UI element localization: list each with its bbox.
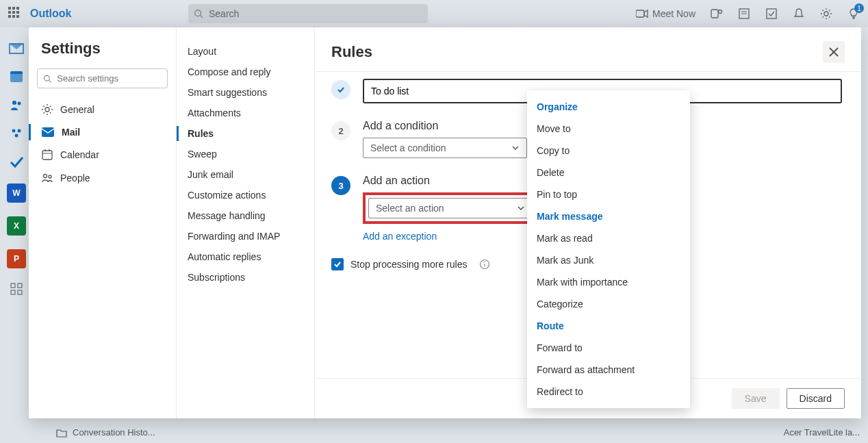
check-icon: [333, 260, 342, 268]
svg-point-30: [49, 175, 51, 178]
people-rail-icon[interactable]: [9, 97, 24, 112]
step-3-badge: 3: [331, 176, 350, 195]
svg-point-23: [45, 107, 49, 112]
menu-opt-categorize[interactable]: Categorize: [527, 293, 690, 315]
check-rail-icon[interactable]: [9, 155, 24, 170]
background-folder: Conversation Histo...: [56, 427, 155, 438]
svg-rect-3: [711, 10, 718, 18]
svg-rect-18: [18, 283, 22, 288]
info-icon[interactable]: [479, 259, 490, 270]
menu-opt-forward-attachment[interactable]: Forward as attachment: [527, 359, 690, 381]
menu-opt-delete[interactable]: Delete: [527, 162, 690, 183]
nav-people[interactable]: People: [37, 166, 168, 190]
menu-opt-pin[interactable]: Pin to top: [527, 183, 690, 205]
groups-rail-icon[interactable]: [9, 126, 24, 141]
subnav-customize[interactable]: Customize actions: [185, 185, 306, 205]
svg-point-35: [485, 262, 486, 263]
powerpoint-rail-icon[interactable]: P: [7, 249, 26, 268]
gear-icon: [41, 103, 53, 116]
mail-icon: [41, 127, 55, 138]
svg-line-22: [49, 80, 51, 82]
excel-rail-icon[interactable]: X: [7, 216, 26, 236]
subnav-compose[interactable]: Compose and reply: [185, 62, 306, 82]
step-2-badge: 2: [331, 121, 350, 140]
search-icon: [194, 9, 203, 18]
subnav-layout[interactable]: Layout: [185, 41, 306, 62]
global-search[interactable]: Search: [188, 4, 428, 23]
svg-point-14: [12, 129, 16, 133]
menu-header-organize: Organize: [527, 96, 690, 118]
check-icon: [337, 86, 345, 94]
subnav-forwarding[interactable]: Forwarding and IMAP: [185, 226, 306, 246]
subnav-sweep[interactable]: Sweep: [185, 144, 306, 164]
nav-calendar[interactable]: Calendar: [37, 143, 168, 166]
search-settings-input[interactable]: [37, 68, 168, 88]
menu-opt-mark-junk[interactable]: Mark as Junk: [527, 249, 690, 271]
subnav-smart[interactable]: Smart suggestions: [185, 82, 306, 103]
menu-header-mark: Mark message: [527, 205, 690, 227]
nav-general[interactable]: General: [37, 98, 168, 121]
step-1-badge: [331, 80, 350, 99]
menu-opt-move-to[interactable]: Move to: [527, 118, 690, 140]
chevron-down-icon: [517, 204, 525, 212]
todo-icon[interactable]: [765, 8, 778, 20]
mail-rail-icon[interactable]: [8, 41, 25, 55]
folder-icon: [56, 428, 67, 438]
svg-point-12: [12, 101, 16, 105]
chevron-down-icon: [511, 144, 520, 152]
condition-dropdown[interactable]: Select a condition: [363, 138, 527, 158]
tips-button[interactable]: 1: [847, 8, 860, 20]
subnav-junk[interactable]: Junk email: [185, 164, 306, 185]
search-settings-field[interactable]: [57, 73, 162, 84]
svg-rect-19: [11, 290, 15, 294]
menu-opt-copy-to[interactable]: Copy to: [527, 140, 690, 162]
svg-rect-11: [10, 74, 23, 82]
subnav-attachments[interactable]: Attachments: [185, 103, 306, 123]
action-dropdown[interactable]: Select an action: [368, 198, 533, 218]
svg-point-4: [719, 10, 722, 14]
bell-icon[interactable]: [793, 8, 805, 20]
discard-button[interactable]: Discard: [787, 388, 845, 409]
close-button[interactable]: [823, 41, 845, 63]
word-rail-icon[interactable]: W: [7, 183, 26, 203]
background-product: Acer TravelLite la...: [784, 427, 860, 438]
subnav-rules[interactable]: Rules: [185, 123, 306, 144]
calendar-icon: [41, 149, 53, 161]
teams-icon[interactable]: [711, 8, 723, 20]
menu-opt-redirect[interactable]: Redirect to: [527, 381, 690, 403]
calendar-rail-icon[interactable]: [9, 68, 24, 84]
svg-rect-17: [11, 283, 15, 288]
stop-processing-label: Stop processing more rules: [350, 259, 467, 270]
app-launcher-icon[interactable]: [8, 7, 22, 21]
menu-opt-mark-read[interactable]: Mark as read: [527, 227, 690, 249]
search-placeholder: Search: [209, 8, 239, 19]
subnav-autoreplies[interactable]: Automatic replies: [185, 246, 306, 267]
svg-rect-24: [42, 127, 54, 137]
people-icon: [41, 172, 53, 184]
highlight-frame: Select an action: [363, 192, 538, 224]
brand-label: Outlook: [30, 8, 71, 20]
svg-point-13: [18, 102, 21, 105]
gear-icon[interactable]: [820, 8, 832, 20]
menu-opt-mark-importance[interactable]: Mark with importance: [527, 271, 690, 293]
svg-point-29: [44, 175, 47, 178]
checkbox-checked[interactable]: [331, 258, 344, 270]
settings-title: Settings: [37, 40, 168, 58]
menu-opt-forward-to[interactable]: Forward to: [527, 337, 690, 359]
notes-icon[interactable]: [738, 8, 750, 20]
svg-point-16: [15, 134, 18, 138]
svg-point-15: [18, 129, 21, 133]
add-exception-link[interactable]: Add an exception: [363, 231, 437, 242]
svg-rect-20: [18, 290, 22, 294]
search-icon: [43, 74, 51, 84]
more-apps-icon[interactable]: [10, 282, 23, 296]
notification-badge: 1: [854, 3, 864, 13]
nav-mail[interactable]: Mail: [37, 121, 168, 143]
meet-now-button[interactable]: Meet Now: [636, 8, 695, 19]
top-bar: Outlook Search Meet Now 1: [0, 0, 868, 27]
svg-rect-25: [42, 151, 52, 160]
subnav-message-handling[interactable]: Message handling: [185, 205, 306, 226]
app-rail: W X P: [0, 27, 33, 443]
save-button[interactable]: Save: [732, 388, 780, 409]
subnav-subscriptions[interactable]: Subscriptions: [185, 267, 306, 288]
